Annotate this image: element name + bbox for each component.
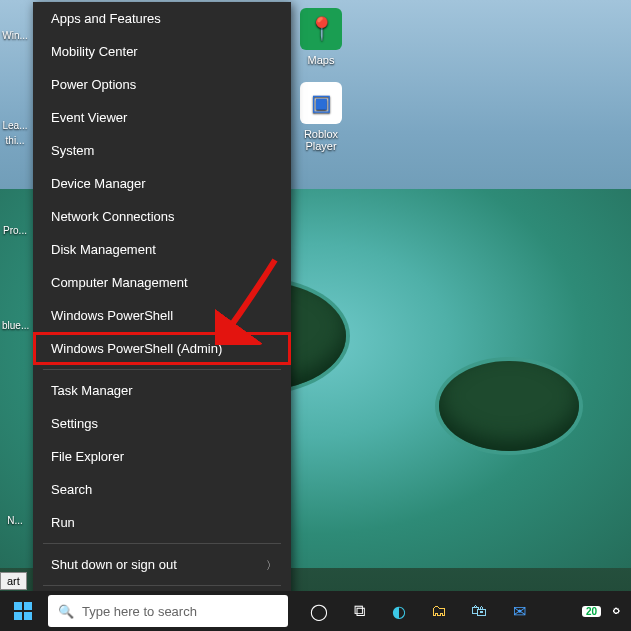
- menu-apps-features[interactable]: Apps and Features: [33, 2, 291, 35]
- mail-icon[interactable]: ✉: [506, 598, 532, 624]
- desktop-icon[interactable]: blue...: [2, 320, 28, 331]
- svg-rect-3: [24, 612, 32, 620]
- desktop-icon-roblox[interactable]: ▣ Roblox Player: [291, 82, 351, 152]
- menu-power-options[interactable]: Power Options: [33, 68, 291, 101]
- desktop-icon[interactable]: Win...: [2, 30, 28, 41]
- desktop-icon[interactable]: thi...: [2, 135, 28, 146]
- desktop-background[interactable]: Win... Lea... thi... Pro... blue... N...…: [0, 0, 631, 631]
- search-placeholder: Type here to search: [82, 604, 197, 619]
- desktop-icon[interactable]: N...: [2, 515, 28, 526]
- search-input[interactable]: 🔍 Type here to search: [48, 595, 288, 627]
- system-tray[interactable]: 20 ⭘: [582, 604, 631, 618]
- menu-search[interactable]: Search: [33, 473, 291, 506]
- menu-disk-management[interactable]: Disk Management: [33, 233, 291, 266]
- menu-shutdown-label: Shut down or sign out: [51, 557, 177, 572]
- menu-separator: [43, 585, 281, 586]
- taskbar: 🔍 Type here to search ◯ ⧉ ◐ 🗂 🛍 ✉ 20 ⭘: [0, 591, 631, 631]
- desktop-icon-label: Roblox Player: [304, 128, 338, 152]
- menu-powershell-admin[interactable]: Windows PowerShell (Admin): [33, 332, 291, 365]
- cortana-icon[interactable]: ◯: [306, 598, 332, 624]
- desktop-icon[interactable]: Pro...: [2, 225, 28, 236]
- file-explorer-icon[interactable]: 🗂: [426, 598, 452, 624]
- tray-badge: 20: [582, 606, 601, 617]
- menu-file-explorer[interactable]: File Explorer: [33, 440, 291, 473]
- svg-rect-2: [14, 612, 22, 620]
- maps-icon: 📍: [300, 8, 342, 50]
- svg-rect-1: [24, 602, 32, 610]
- menu-system[interactable]: System: [33, 134, 291, 167]
- edge-icon[interactable]: ◐: [386, 598, 412, 624]
- menu-separator: [43, 369, 281, 370]
- store-icon[interactable]: 🛍: [466, 598, 492, 624]
- taskbar-pinned: ◯ ⧉ ◐ 🗂 🛍 ✉: [306, 598, 532, 624]
- winx-context-menu: Apps and Features Mobility Center Power …: [33, 2, 291, 623]
- menu-settings[interactable]: Settings: [33, 407, 291, 440]
- menu-separator: [43, 543, 281, 544]
- desktop-icon-label: Maps: [308, 54, 335, 66]
- menu-mobility-center[interactable]: Mobility Center: [33, 35, 291, 68]
- chrome-icon[interactable]: ⭘: [611, 604, 623, 618]
- desktop-icons-left: Win... Lea... thi... Pro... blue... N...: [0, 0, 30, 560]
- menu-task-manager[interactable]: Task Manager: [33, 374, 291, 407]
- menu-device-manager[interactable]: Device Manager: [33, 167, 291, 200]
- desktop-icon-maps[interactable]: 📍 Maps: [291, 8, 351, 66]
- chevron-right-icon: 〉: [266, 557, 277, 572]
- roblox-icon: ▣: [300, 82, 342, 124]
- svg-rect-0: [14, 602, 22, 610]
- menu-run[interactable]: Run: [33, 506, 291, 539]
- menu-event-viewer[interactable]: Event Viewer: [33, 101, 291, 134]
- start-button[interactable]: [0, 591, 46, 631]
- start-tooltip: art: [0, 572, 27, 590]
- windows-logo-icon: [14, 602, 32, 620]
- menu-powershell[interactable]: Windows PowerShell: [33, 299, 291, 332]
- task-view-icon[interactable]: ⧉: [346, 598, 372, 624]
- menu-shutdown[interactable]: Shut down or sign out 〉: [33, 548, 291, 581]
- desktop-icon[interactable]: Lea...: [2, 120, 28, 131]
- menu-computer-management[interactable]: Computer Management: [33, 266, 291, 299]
- search-icon: 🔍: [58, 604, 74, 619]
- menu-network-connections[interactable]: Network Connections: [33, 200, 291, 233]
